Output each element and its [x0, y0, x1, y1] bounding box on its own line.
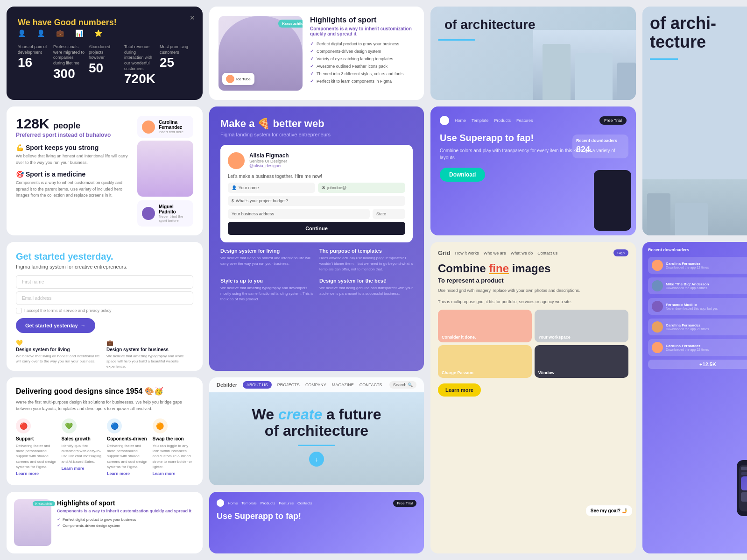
hero-circle-btn[interactable]: ↓ [309, 452, 324, 467]
nav-aboutus[interactable]: ABOUT US [243, 381, 272, 389]
feature-grid: 💛 Design system for living We believe th… [16, 340, 193, 371]
nav-company[interactable]: COMPANY [305, 383, 326, 387]
grid-nav-howit[interactable]: How it works [455, 251, 479, 255]
superapp-logo [440, 116, 449, 125]
terms-checkbox[interactable] [16, 308, 21, 313]
continue-button[interactable]: Continue [228, 222, 405, 235]
dl-time-4: Downloaded the app 22 times [666, 327, 747, 331]
form-person-name: Alisia Figmach [228, 152, 405, 159]
info-col-3: Style is up to you We believe that amazi… [220, 278, 314, 302]
arch-search[interactable]: Search 🔍 [389, 381, 416, 389]
better-web-form-card: Alisia Figmach Seniore UI Designer @alis… [220, 145, 413, 242]
bottom-free-trial-button[interactable]: Free Trial [393, 500, 416, 507]
building-col3 [617, 63, 636, 100]
sport-highlight-card: Krassuchild Ice Tube Highlights of sport… [209, 7, 424, 100]
email-input[interactable]: ✉ johndoe@ [318, 183, 405, 193]
email-input[interactable]: Email address [16, 291, 193, 305]
nav-contacts[interactable]: CONTACTS [359, 383, 382, 387]
person1-name: Carolina Fernandez [159, 120, 189, 130]
sport-content: Highlights of sport Components is a way … [310, 16, 415, 91]
title-prefix: Get started [16, 251, 68, 262]
col4-building-col1 [647, 193, 670, 235]
we-text: We [252, 406, 278, 423]
dl-name-1: Carolina Fernandez [666, 262, 747, 266]
nav-magazine[interactable]: MAGAZINE [332, 383, 354, 387]
info-col-2: The purpose of templates Does anyone act… [319, 248, 413, 272]
close-icon[interactable]: ✕ [190, 14, 195, 21]
free-trial-button[interactable]: Free Trial [599, 116, 627, 125]
grid-sign-button[interactable]: Sign [613, 249, 628, 256]
person-icon: 👤 [18, 29, 26, 37]
name-input[interactable]: 👤 Your name [228, 183, 315, 193]
img-cell-pink: Consider it done. [438, 310, 532, 342]
superapp-card: Home Template Products Features Free Tri… [430, 106, 636, 235]
delivering-card: Delivering good designs since 1954 🎨🥳 We… [7, 377, 203, 485]
download-button[interactable]: Download [440, 168, 485, 182]
recent-downloaders: Recent downloaders 824. [572, 135, 628, 158]
superapp-bottom-logo [217, 499, 224, 507]
bottom-nav-features[interactable]: Features [279, 501, 294, 505]
components-learn-link[interactable]: Learn more [107, 471, 148, 476]
swap-title: Swap the icon [153, 436, 194, 441]
first-name-input[interactable]: First name [16, 275, 193, 289]
arch-navbar: Debilder ABOUT US PROJECTS COMPANY MAGAZ… [209, 377, 424, 392]
nav-template[interactable]: Template [472, 118, 489, 123]
nav-home[interactable]: Home [455, 118, 466, 123]
bottom-nav-contacts[interactable]: Contacts [297, 501, 312, 505]
service-support: 🔴 Support Delivering faster and more per… [16, 418, 57, 476]
feature1-emoji: 💛 [16, 340, 103, 346]
stat-abandoned: Abandoned projects however 50 [89, 44, 120, 86]
combine-learn-button[interactable]: Learn more [438, 383, 481, 397]
col4-arch-card: of archi-tecture ↓ [642, 7, 747, 235]
bottom-nav-template[interactable]: Template [241, 501, 256, 505]
dl-avatar-3 [652, 301, 663, 312]
dl-name-3: Fernando Mudillo [666, 303, 747, 307]
sport-bottom-title: Highlights of sport [57, 499, 191, 507]
stat-revenue-label: Total revenue during interaction with ou… [124, 44, 156, 71]
superapp-bottom-title: Use Superapp to fap! [217, 511, 416, 521]
arch-hero-title: We create a futureof architecture [218, 406, 415, 439]
arch-top-card: of architecture ↓ [430, 7, 636, 100]
budget-input[interactable]: $ What's your project budget? [228, 196, 405, 206]
nav-products[interactable]: Products [494, 118, 511, 123]
grid-nav-whatwe[interactable]: What we do [511, 251, 533, 255]
address-input[interactable]: Your business address [228, 209, 370, 219]
create-text: create [278, 406, 322, 423]
stat-professionals-value: 300 [53, 66, 85, 81]
bottom-nav-home[interactable]: Home [228, 501, 238, 505]
cell-label-1: Consider it done. [442, 335, 476, 340]
delivering-subtitle: We're the first multi-purpose design kit… [16, 399, 193, 412]
grid-nav-contact[interactable]: Contact us [537, 251, 557, 255]
person-icon-sm: 👤 [232, 185, 237, 190]
person1-info: Carolina Fernandez insert text here [159, 120, 189, 134]
sales-icon: 💚 [62, 418, 77, 433]
state-input[interactable]: State [373, 209, 405, 219]
bottom-nav-products[interactable]: Products [261, 501, 275, 505]
info-col-1: Design system for living We believe that… [220, 248, 314, 272]
services-grid: 🔴 Support Delivering faster and more per… [16, 418, 193, 476]
components-title: Coponents-driven [107, 436, 148, 441]
person2-avatar [142, 207, 155, 220]
phone-line2 [741, 472, 747, 475]
stat-abandoned-value: 50 [89, 61, 120, 76]
athlete-img [137, 141, 193, 197]
nav-projects[interactable]: PROJECTS [277, 383, 300, 387]
grid-nav-whowe[interactable]: Who we are [484, 251, 506, 255]
title-dot: . [111, 251, 113, 262]
form-person-handle: @alisia_designer [228, 163, 405, 168]
dl-name-5: Carolina Fernandez [666, 344, 747, 348]
sales-learn-link[interactable]: Learn more [62, 466, 103, 471]
combine-img-grid: Consider it done. Your workspace Charge … [438, 310, 628, 378]
feature-item: Perfect digital product to grow your bus… [310, 41, 415, 46]
feature-item: Components-driven design system [310, 49, 415, 54]
sport-bottom-img: Krassuchild [14, 499, 51, 546]
people-content: 128K people Preferred sport instead of b… [16, 116, 132, 226]
nav-features[interactable]: Features [516, 118, 533, 123]
support-learn-link[interactable]: Learn more [16, 471, 57, 476]
get-started-button[interactable]: Get started yesterday → [16, 318, 95, 333]
swap-learn-link[interactable]: Learn more [153, 471, 194, 476]
better-web-title: Make a 🍕 better web [220, 118, 413, 130]
dl-info-5: Carolina Fernandez Downloaded the app 22… [666, 344, 747, 351]
col4-building [642, 179, 747, 235]
sport-title: Highlights of sport [310, 16, 415, 24]
